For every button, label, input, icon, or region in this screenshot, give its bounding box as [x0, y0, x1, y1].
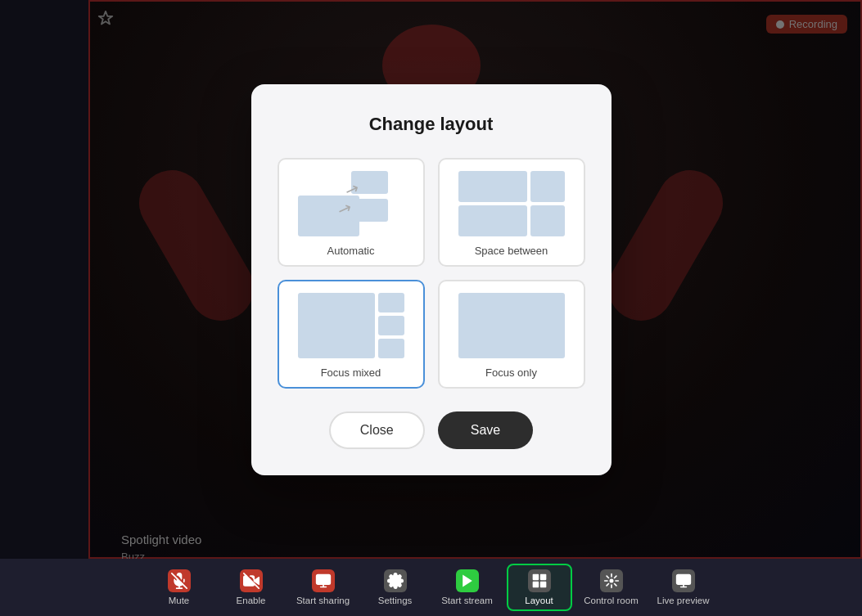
toolbar-item-layout[interactable]: Layout: [507, 564, 572, 611]
focus-mixed-preview: [298, 293, 404, 358]
focus-only-preview: [458, 293, 565, 358]
space-between-preview: [458, 171, 565, 236]
svg-point-14: [610, 579, 612, 582]
close-button[interactable]: Close: [329, 411, 425, 449]
video-off-icon: [240, 569, 263, 592]
svg-marker-9: [463, 575, 472, 587]
svg-rect-10: [533, 575, 538, 580]
toolbar-item-enable[interactable]: Enable: [219, 564, 284, 611]
svg-rect-13: [540, 582, 545, 587]
live-preview-icon: [672, 569, 695, 592]
start-stream-label: Start stream: [441, 596, 493, 605]
fm-sm1: [378, 293, 404, 312]
fm-sm3: [378, 339, 404, 358]
live-preview-label: Live preview: [657, 596, 710, 605]
layout-option-focus-mixed[interactable]: Focus mixed: [278, 280, 425, 389]
save-button[interactable]: Save: [438, 411, 533, 449]
svg-rect-12: [533, 582, 538, 587]
layout-icon: [528, 569, 551, 592]
layout-grid: ↗ ↙ Automatic Space between: [278, 158, 585, 389]
share-screen-icon: [312, 569, 335, 592]
control-room-label: Control room: [584, 596, 638, 605]
toolbar-item-live-preview[interactable]: Live preview: [651, 564, 716, 611]
fm-side-blocks: [378, 293, 404, 358]
enable-label: Enable: [237, 596, 266, 605]
layout-option-automatic[interactable]: ↗ ↙ Automatic: [278, 158, 425, 267]
space-row2: [458, 205, 565, 236]
settings-label: Settings: [378, 596, 413, 605]
toolbar-item-mute[interactable]: Mute: [147, 564, 212, 611]
auto-sm2-block: [351, 199, 388, 222]
toolbar-item-start-sharing[interactable]: Start sharing: [291, 564, 356, 611]
automatic-label: Automatic: [327, 245, 375, 257]
play-icon: [456, 569, 479, 592]
automatic-preview: ↗ ↙: [298, 171, 404, 236]
mic-off-icon: [168, 569, 191, 592]
space-cell-wide-top: [458, 171, 527, 202]
control-room-icon: [600, 569, 623, 592]
toolbar-item-control-room[interactable]: Control room: [579, 564, 644, 611]
modal-title: Change layout: [278, 114, 585, 135]
toolbar-item-start-stream[interactable]: Start stream: [435, 564, 500, 611]
modal-overlay: Change layout ↗ ↙ Automatic: [0, 0, 862, 559]
modal-buttons: Close Save: [278, 411, 585, 449]
space-cell-sm-bottom: [530, 205, 565, 236]
toolbar: Mute Enable Start sharing: [0, 559, 862, 616]
change-layout-modal: Change layout ↗ ↙ Automatic: [251, 84, 612, 475]
fm-sm2: [378, 316, 404, 335]
toolbar-item-settings[interactable]: Settings: [363, 564, 428, 611]
layout-option-focus-only[interactable]: Focus only: [438, 280, 585, 389]
layout-option-space-between[interactable]: Space between: [438, 158, 585, 267]
svg-rect-11: [540, 575, 545, 580]
space-cell-wide-bottom: [458, 205, 527, 236]
fm-main-block: [298, 293, 376, 358]
space-between-label: Space between: [475, 245, 548, 257]
svg-rect-15: [676, 575, 690, 585]
space-cell-sm-top: [530, 171, 565, 202]
layout-label: Layout: [525, 596, 553, 605]
focus-mixed-label: Focus mixed: [321, 366, 381, 379]
space-row1: [458, 171, 565, 202]
settings-icon: [384, 569, 407, 592]
start-sharing-label: Start sharing: [296, 596, 350, 605]
mute-label: Mute: [169, 596, 190, 605]
focus-only-label: Focus only: [485, 366, 537, 379]
